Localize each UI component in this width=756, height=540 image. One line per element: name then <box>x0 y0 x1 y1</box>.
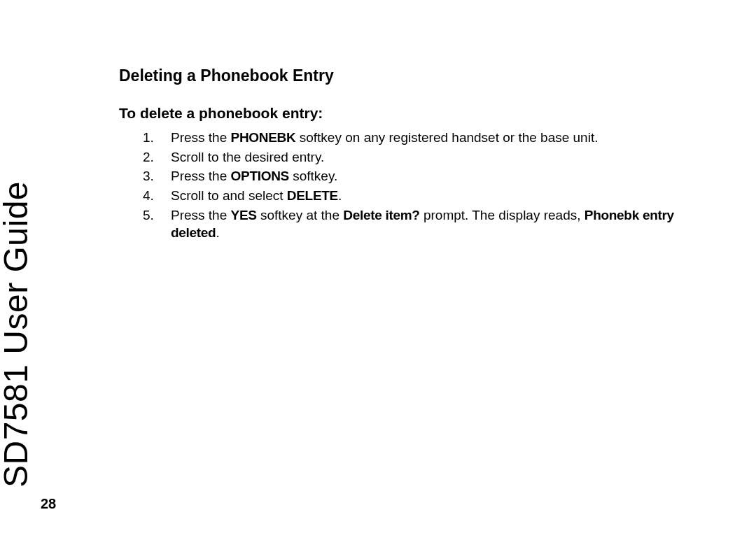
softkey-delete: DELETE <box>287 188 338 203</box>
step-text: Press the <box>171 208 231 222</box>
step-1: Press the PHONEBK softkey on any registe… <box>143 129 693 147</box>
section-heading: Deleting a Phonebook Entry <box>119 66 693 85</box>
softkey-yes: YES <box>231 208 257 222</box>
step-3: Press the OPTIONS softkey. <box>143 167 693 185</box>
step-text: Scroll to and select <box>171 188 287 203</box>
step-text: softkey. <box>289 169 337 183</box>
subsection-heading: To delete a phonebook entry: <box>119 105 693 122</box>
step-4: Scroll to and select DELETE. <box>143 187 693 205</box>
step-text: Press the <box>171 169 231 183</box>
softkey-options: OPTIONS <box>231 169 289 183</box>
step-text: . <box>338 188 342 203</box>
step-text: softkey at the <box>257 208 344 222</box>
step-text: softkey on any registered handset or the… <box>295 130 598 145</box>
step-text: . <box>216 225 219 240</box>
document-page: SD7581 User Guide 28 Deleting a Phoneboo… <box>0 0 756 540</box>
steps-list: Press the PHONEBK softkey on any registe… <box>119 129 693 242</box>
softkey-phonebk: PHONEBK <box>231 130 296 145</box>
side-title: SD7581 User Guide <box>0 181 35 488</box>
step-2: Scroll to the desired entry. <box>143 148 693 166</box>
step-text: Scroll to the desired entry. <box>171 150 324 164</box>
step-5: Press the YES softkey at the Delete item… <box>143 206 693 242</box>
page-number: 28 <box>41 496 56 512</box>
prompt-delete-item: Delete item? <box>343 208 419 222</box>
step-text: Press the <box>171 130 231 145</box>
step-text: prompt. The display reads, <box>420 208 584 222</box>
